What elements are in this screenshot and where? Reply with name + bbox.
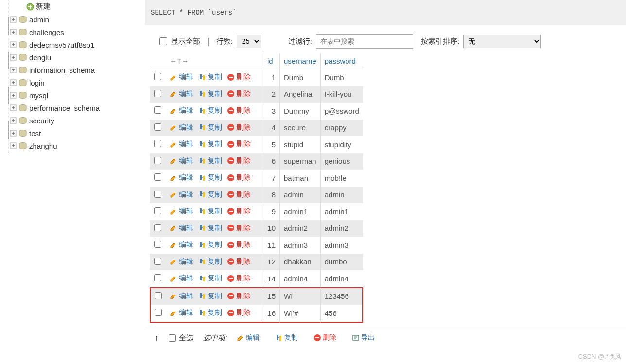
delete-button[interactable]: 删除 [227,89,251,99]
edit-button[interactable]: 编辑 [170,106,193,115]
copy-button[interactable]: 复制 [198,190,222,199]
header-sort-toggle[interactable]: ←T→ [166,53,263,69]
edit-button[interactable]: 编辑 [170,173,193,182]
tree-database-item[interactable]: information_schema [9,64,141,76]
tree-database-item[interactable]: challenges [9,26,141,38]
row-checkbox[interactable] [154,173,161,181]
header-username[interactable]: username [279,53,320,69]
edit-button[interactable]: 编辑 [170,139,193,149]
edit-button[interactable]: 编辑 [170,257,193,266]
header-id[interactable]: id [263,53,279,69]
expand-icon[interactable] [9,53,17,62]
edit-button[interactable]: 编辑 [170,224,193,233]
copy-button[interactable]: 复制 [198,123,222,132]
expand-icon[interactable] [9,28,17,36]
expand-icon[interactable] [9,66,17,74]
row-checkbox[interactable] [154,90,161,97]
delete-button[interactable]: 删除 [227,190,251,199]
tree-database-item[interactable]: denglu [9,51,141,64]
row-checkbox[interactable] [154,73,161,80]
expand-icon[interactable] [9,15,17,24]
edit-button[interactable]: 编辑 [170,240,193,249]
cell-username: admin4 [279,270,320,287]
edit-button[interactable]: 编辑 [170,308,193,317]
bulk-export-button[interactable]: 导出 [352,333,375,342]
tree-new-item[interactable]: 新建 [9,0,141,13]
delete-button[interactable]: 删除 [227,274,251,283]
delete-button[interactable]: 删除 [227,139,251,149]
select-all-checkbox[interactable] [169,334,176,342]
database-icon [18,41,27,48]
expand-icon[interactable] [9,104,17,112]
edit-button[interactable]: 编辑 [170,72,193,82]
database-label: admin [29,16,49,24]
row-checkbox[interactable] [155,292,162,299]
show-all-checkbox[interactable] [159,37,167,45]
delete-button[interactable]: 删除 [227,207,251,216]
expand-icon[interactable] [9,78,17,87]
row-checkbox[interactable] [154,157,161,164]
copy-button[interactable]: 复制 [198,240,222,249]
tree-database-item[interactable]: login [9,76,141,89]
copy-button[interactable]: 复制 [198,173,222,182]
delete-button[interactable]: 删除 [227,106,251,115]
edit-button[interactable]: 编辑 [170,123,193,132]
expand-icon[interactable] [9,91,17,100]
delete-button[interactable]: 删除 [227,224,251,233]
copy-button[interactable]: 复制 [198,89,222,99]
edit-button[interactable]: 编辑 [170,292,193,301]
header-password[interactable]: password [320,53,363,69]
row-checkbox[interactable] [154,207,161,214]
edit-button[interactable]: 编辑 [170,190,193,199]
copy-button[interactable]: 复制 [198,257,222,266]
tree-database-item[interactable]: test [9,127,141,139]
row-checkbox[interactable] [155,309,162,316]
edit-button[interactable]: 编辑 [170,274,193,283]
sql-query-box[interactable]: SELECT * FROM `users` [145,0,626,25]
row-checkbox[interactable] [154,106,161,114]
copy-button[interactable]: 复制 [198,308,222,317]
delete-button[interactable]: 删除 [227,240,251,249]
delete-button[interactable]: 删除 [227,123,251,132]
delete-button[interactable]: 删除 [227,308,251,317]
row-checkbox[interactable] [154,274,161,281]
edit-button[interactable]: 编辑 [170,207,193,216]
delete-button[interactable]: 删除 [227,257,251,266]
copy-button[interactable]: 复制 [198,106,222,115]
delete-button[interactable]: 删除 [227,72,251,82]
row-checkbox[interactable] [154,140,161,147]
tree-database-item[interactable]: dedecmsv57utf8sp1 [9,38,141,51]
copy-button[interactable]: 复制 [198,292,222,301]
copy-button[interactable]: 复制 [198,274,222,283]
tree-database-item[interactable]: admin [9,13,141,26]
delete-button[interactable]: 删除 [227,156,251,166]
edit-button[interactable]: 编辑 [170,89,193,99]
bulk-delete-button[interactable]: 删除 [313,333,336,342]
sort-select[interactable]: 无 [463,35,541,48]
row-checkbox[interactable] [154,191,161,198]
row-checkbox[interactable] [154,258,161,265]
copy-button[interactable]: 复制 [198,139,222,149]
expand-icon[interactable] [9,141,17,150]
tree-database-item[interactable]: mysql [9,89,141,102]
filter-input[interactable] [316,34,413,49]
copy-button[interactable]: 复制 [198,72,222,82]
bulk-copy-button[interactable]: 复制 [275,333,298,342]
edit-button[interactable]: 编辑 [170,156,193,166]
row-checkbox[interactable] [154,123,161,131]
copy-button[interactable]: 复制 [198,156,222,166]
expand-icon[interactable] [9,116,17,125]
delete-button[interactable]: 删除 [227,173,251,182]
copy-button[interactable]: 复制 [198,207,222,216]
tree-database-item[interactable]: zhanghu [9,139,141,152]
tree-database-item[interactable]: security [9,114,141,127]
bulk-edit-button[interactable]: 编辑 [237,333,260,342]
expand-icon[interactable] [9,40,17,49]
rows-select[interactable]: 25 [237,35,261,48]
delete-button[interactable]: 删除 [227,292,251,301]
tree-database-item[interactable]: performance_schema [9,102,141,114]
copy-button[interactable]: 复制 [198,224,222,233]
row-checkbox[interactable] [154,224,161,231]
row-checkbox[interactable] [154,241,161,248]
expand-icon[interactable] [9,129,17,138]
